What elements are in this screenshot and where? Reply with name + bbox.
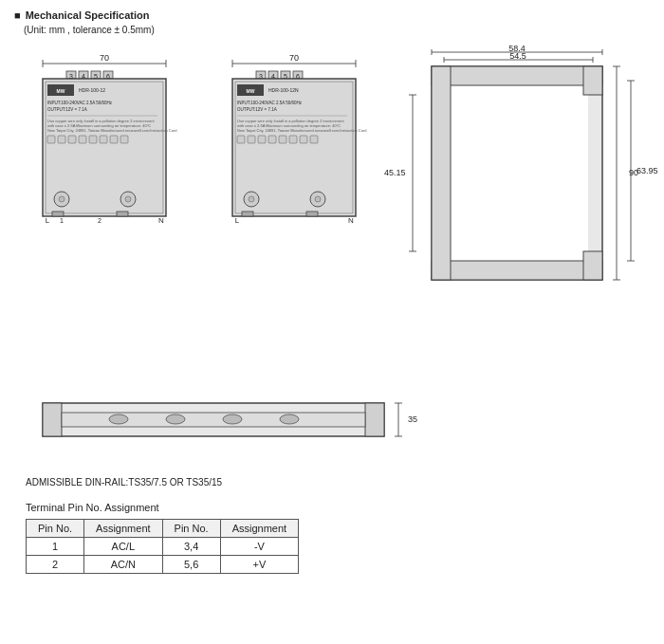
- svg-rect-78: [242, 212, 253, 216]
- svg-text:N: N: [158, 216, 164, 225]
- svg-rect-40: [117, 212, 128, 216]
- svg-text:INPUT:100-240VAC 2.5A 50/60Hz: INPUT:100-240VAC 2.5A 50/60Hz: [47, 101, 113, 105]
- svg-text:1: 1: [60, 217, 64, 224]
- admissible-text: ADMISSIBLE DIN-RAIL:TS35/7.5 OR TS35/15: [26, 477, 650, 488]
- svg-rect-110: [62, 413, 365, 427]
- svg-rect-23: [47, 136, 55, 143]
- svg-rect-67: [268, 136, 276, 143]
- svg-text:MW: MW: [247, 88, 255, 94]
- svg-text:54.5: 54.5: [509, 51, 526, 61]
- svg-rect-39: [52, 212, 64, 216]
- svg-text:70: 70: [100, 53, 109, 63]
- assign2-cell: +V: [220, 556, 298, 574]
- svg-point-112: [166, 414, 185, 424]
- svg-text:OUTPUT:12V = 7.1A: OUTPUT:12V = 7.1A: [47, 107, 87, 112]
- pin2-cell: 3,4: [162, 538, 220, 556]
- svg-text:70: 70: [289, 53, 299, 63]
- svg-text:MW: MW: [57, 88, 65, 94]
- svg-point-34: [125, 196, 131, 202]
- svg-point-114: [280, 414, 299, 424]
- assign2-cell: -V: [220, 538, 298, 556]
- table-row: 2 AC/N 5,6 +V: [27, 556, 299, 574]
- unit-note: (Unit: mm , tolerance ± 0.5mm): [24, 25, 650, 35]
- assign1-cell: AC/L: [84, 538, 162, 556]
- svg-rect-93: [583, 66, 602, 95]
- svg-rect-30: [120, 136, 128, 143]
- svg-text:HDR-100-12: HDR-100-12: [79, 87, 105, 93]
- svg-rect-70: [300, 136, 307, 143]
- svg-rect-29: [110, 136, 118, 143]
- col-header-pin2: Pin No.: [162, 520, 220, 538]
- svg-text:63.95: 63.95: [636, 166, 658, 175]
- svg-point-111: [109, 414, 128, 424]
- svg-rect-90: [432, 66, 602, 85]
- din-rail-drawing: 35: [24, 389, 664, 474]
- svg-text:L: L: [235, 216, 240, 225]
- svg-rect-79: [306, 212, 318, 216]
- svg-rect-94: [583, 251, 602, 280]
- svg-rect-69: [289, 136, 297, 143]
- svg-rect-25: [68, 136, 76, 143]
- svg-rect-64: [237, 136, 245, 143]
- svg-rect-89: [446, 81, 588, 266]
- svg-rect-108: [43, 403, 62, 436]
- section-title: Mechanical Specification: [14, 9, 650, 21]
- col-header-assign1: Assignment: [84, 520, 162, 538]
- svg-rect-24: [58, 136, 65, 143]
- svg-rect-71: [310, 136, 318, 143]
- svg-text:L: L: [46, 216, 50, 225]
- pin1-cell: 2: [27, 556, 84, 574]
- table-row: 1 AC/L 3,4 -V: [27, 538, 299, 556]
- svg-text:New Taipei City, 24891, Taiwan: New Taipei City, 24891, Taiwan Manufactu…: [47, 128, 177, 133]
- svg-rect-68: [279, 136, 286, 143]
- svg-rect-26: [79, 136, 86, 143]
- svg-text:INPUT:100-240VAC 2.5A 50/60Hz: INPUT:100-240VAC 2.5A 50/60Hz: [237, 101, 303, 105]
- svg-text:N: N: [348, 216, 354, 225]
- svg-point-113: [223, 414, 242, 424]
- svg-text:2: 2: [98, 217, 101, 224]
- svg-point-75: [315, 196, 321, 202]
- col-header-assign2: Assignment: [220, 520, 298, 538]
- svg-text:45.15: 45.15: [384, 168, 406, 177]
- svg-text:OUTPUT:12V = 7.1A: OUTPUT:12V = 7.1A: [237, 107, 277, 112]
- svg-rect-66: [258, 136, 266, 143]
- col-header-pin1: Pin No.: [27, 520, 84, 538]
- svg-rect-109: [365, 403, 384, 436]
- svg-rect-28: [100, 136, 107, 143]
- pin2-cell: 5,6: [162, 556, 220, 574]
- table-title: Terminal Pin No. Assignment: [26, 502, 650, 513]
- mechanical-drawing: 70 3 4 5 6 MW HDR-100-12 INPUT:100-240VA…: [14, 43, 659, 384]
- assign1-cell: AC/N: [84, 556, 162, 574]
- svg-text:35: 35: [408, 414, 417, 424]
- pin1-cell: 1: [27, 538, 84, 556]
- svg-point-73: [249, 196, 254, 202]
- svg-text:HDR-100-12N: HDR-100-12N: [268, 87, 299, 93]
- svg-rect-92: [432, 66, 451, 280]
- svg-rect-65: [248, 136, 255, 143]
- terminal-pin-table: Pin No. Assignment Pin No. Assignment 1 …: [26, 519, 299, 574]
- svg-rect-27: [89, 136, 97, 143]
- svg-rect-91: [432, 261, 602, 280]
- svg-point-32: [59, 196, 65, 202]
- svg-text:New Taipei City, 24891, Taiwan: New Taipei City, 24891, Taiwan Manufactu…: [237, 128, 367, 133]
